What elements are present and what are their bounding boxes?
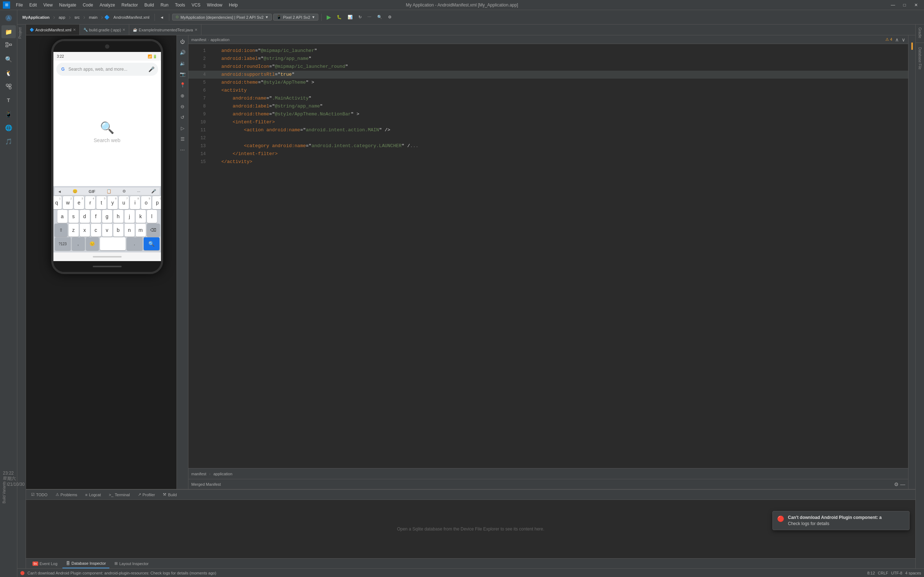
keyboard-gif-btn[interactable]: GIF bbox=[87, 189, 97, 194]
device-selector-dropdown[interactable]: 📱 Pixel 2 API Sv2 ▼ bbox=[273, 14, 318, 21]
key-i[interactable]: i8 bbox=[130, 196, 140, 209]
menu-vcs[interactable]: VCS bbox=[189, 2, 204, 8]
phone-search-bar[interactable]: G Search apps, web, and more... 🎤 bbox=[56, 63, 158, 76]
key-x[interactable]: x bbox=[80, 224, 90, 237]
key-search[interactable]: 🔍 bbox=[144, 237, 160, 250]
status-encoding[interactable]: UTF-8 bbox=[891, 571, 902, 575]
menu-navigate[interactable]: Navigate bbox=[56, 2, 79, 8]
bottom-tab-dbinspector[interactable]: 🗄 Database Inspector bbox=[63, 559, 109, 568]
tab-androidmanifest[interactable]: 🔷 AndroidManifest.xml ✕ bbox=[26, 24, 80, 35]
key-z[interactable]: z bbox=[69, 224, 79, 237]
breadcrumb-main[interactable]: main bbox=[87, 15, 100, 20]
bottom-tab-logcat[interactable]: ≡ Logcat bbox=[82, 490, 104, 500]
run-button[interactable]: ▶ bbox=[325, 13, 333, 21]
key-t[interactable]: t5 bbox=[96, 196, 107, 209]
bottom-tab-todo[interactable]: ☑ TODO bbox=[27, 490, 51, 500]
status-crlf[interactable]: CRLF bbox=[878, 571, 888, 575]
toolbar-back[interactable]: ◄ bbox=[158, 15, 166, 20]
bottom-tab-terminal[interactable]: >_ Terminal bbox=[105, 490, 134, 500]
key-space[interactable] bbox=[100, 237, 126, 250]
keyboard-settings-btn[interactable]: ⚙ bbox=[121, 188, 128, 194]
bottom-tab-profiler[interactable]: ↗ Profiler bbox=[134, 490, 159, 500]
sidebar-item-todo[interactable]: T bbox=[2, 94, 16, 107]
sidebar-item-browser[interactable]: 🌐 bbox=[2, 121, 16, 134]
key-p[interactable]: p0 bbox=[152, 196, 162, 209]
key-shift[interactable]: ⇧ bbox=[55, 224, 68, 237]
side-menu-btn[interactable]: ☰ bbox=[178, 134, 187, 143]
key-k[interactable]: k bbox=[136, 210, 146, 223]
keyboard-more-btn[interactable]: ··· bbox=[136, 189, 142, 194]
sidebar-item-android-studio[interactable]: A bbox=[2, 11, 16, 24]
key-v[interactable]: v bbox=[102, 224, 112, 237]
menu-file[interactable]: File bbox=[13, 2, 26, 8]
breadcrumb-application[interactable]: application bbox=[210, 37, 229, 42]
phone-mic-icon[interactable]: 🎤 bbox=[149, 66, 155, 72]
menu-refactor[interactable]: Refactor bbox=[119, 2, 141, 8]
key-y[interactable]: y6 bbox=[108, 196, 118, 209]
menu-tools[interactable]: Tools bbox=[172, 2, 188, 8]
manifest-settings-btn[interactable]: ⚙ bbox=[894, 482, 899, 487]
code-content[interactable]: 1 android:icon="@mipmap/ic_launcher" 2 a… bbox=[188, 44, 908, 468]
sidebar-item-music[interactable]: 🎵 bbox=[2, 135, 16, 148]
merged-manifest-label[interactable]: Merged Manifest bbox=[191, 482, 221, 487]
search-everywhere[interactable]: 🔍 bbox=[375, 14, 384, 20]
breadcrumb-bottom-manifest[interactable]: manifest bbox=[191, 472, 207, 476]
profile-button[interactable]: 📊 bbox=[346, 14, 355, 20]
settings-button[interactable]: ⚙ bbox=[386, 14, 394, 20]
key-emoji[interactable]: 😊 bbox=[86, 237, 99, 250]
breadcrumb-manifest[interactable]: AndroidManifest.xml bbox=[111, 15, 152, 20]
side-forward-btn[interactable]: ▷ bbox=[178, 123, 187, 133]
sidebar-item-linux[interactable]: 🐧 bbox=[2, 66, 16, 79]
menu-code[interactable]: Code bbox=[80, 2, 96, 8]
status-indent[interactable]: 4 spaces bbox=[905, 571, 921, 575]
key-s[interactable]: s bbox=[69, 210, 79, 223]
breadcrumb-manifest[interactable]: manifest bbox=[191, 37, 207, 42]
tab-close-gradle[interactable]: ✕ bbox=[122, 28, 125, 32]
side-more-btn[interactable]: ⋯ bbox=[178, 145, 187, 154]
key-e[interactable]: e3 bbox=[74, 196, 84, 209]
bottom-tab-layoutinspector[interactable]: ⊞ Layout Inspector bbox=[111, 559, 152, 568]
key-l[interactable]: l bbox=[147, 210, 157, 223]
sidebar-item-project[interactable]: 📁 bbox=[2, 25, 16, 38]
key-g[interactable]: g bbox=[102, 210, 112, 223]
tab-close-manifest[interactable]: ✕ bbox=[73, 28, 76, 32]
menu-edit[interactable]: Edit bbox=[26, 2, 40, 8]
key-period[interactable]: . bbox=[127, 237, 142, 250]
key-b[interactable]: b bbox=[113, 224, 123, 237]
key-n[interactable]: n bbox=[124, 224, 135, 237]
side-volume-up-btn[interactable]: 🔊 bbox=[178, 48, 187, 57]
more-actions[interactable]: ⋯ bbox=[365, 14, 373, 20]
sidebar-item-search[interactable]: 🔍 bbox=[2, 53, 16, 66]
key-sym[interactable]: ?123 bbox=[55, 237, 71, 250]
breadcrumb-bottom-application[interactable]: application bbox=[213, 472, 233, 476]
run-config-dropdown[interactable]: ⚙ MyApplication [dependencies] | Pixel 2… bbox=[172, 14, 272, 21]
side-power-btn[interactable]: ⏻ bbox=[178, 37, 187, 46]
key-a[interactable]: a bbox=[57, 210, 68, 223]
build-variants-label[interactable]: Build Variants bbox=[2, 480, 7, 505]
minimize-button[interactable]: — bbox=[888, 1, 898, 9]
menu-window[interactable]: Window bbox=[204, 2, 225, 8]
key-h[interactable]: h bbox=[113, 210, 123, 223]
side-screenshot-btn[interactable]: 📷 bbox=[178, 69, 187, 79]
tab-buildgradle[interactable]: 🔧 build.gradle (:app) ✕ bbox=[80, 24, 129, 35]
keyboard-back-btn[interactable]: ◄ bbox=[56, 189, 63, 194]
keyboard-mic-btn[interactable]: 🎤 bbox=[150, 188, 158, 194]
maximize-button[interactable]: □ bbox=[900, 1, 909, 9]
debug-button[interactable]: 🐛 bbox=[334, 14, 344, 20]
menu-help[interactable]: Help bbox=[226, 2, 241, 8]
windows-icon[interactable]: ⊞ bbox=[3, 2, 10, 9]
key-comma[interactable]: , bbox=[72, 237, 85, 250]
key-w[interactable]: w2 bbox=[63, 196, 73, 209]
project-panel-label[interactable]: Project bbox=[17, 24, 26, 42]
key-f[interactable]: f bbox=[91, 210, 101, 223]
key-c[interactable]: c bbox=[91, 224, 101, 237]
breadcrumb-src[interactable]: src bbox=[72, 15, 82, 20]
key-u[interactable]: u7 bbox=[119, 196, 129, 209]
key-backspace[interactable]: ⌫ bbox=[147, 224, 160, 237]
manifest-minimize-btn[interactable]: — bbox=[900, 482, 905, 487]
side-rotate-btn[interactable]: ↺ bbox=[178, 113, 187, 122]
right-panel-database[interactable]: Database File bbox=[917, 44, 922, 73]
key-q[interactable]: q1 bbox=[52, 196, 62, 209]
key-m[interactable]: m bbox=[136, 224, 146, 237]
side-zoom-in-btn[interactable]: ⊕ bbox=[178, 91, 187, 100]
